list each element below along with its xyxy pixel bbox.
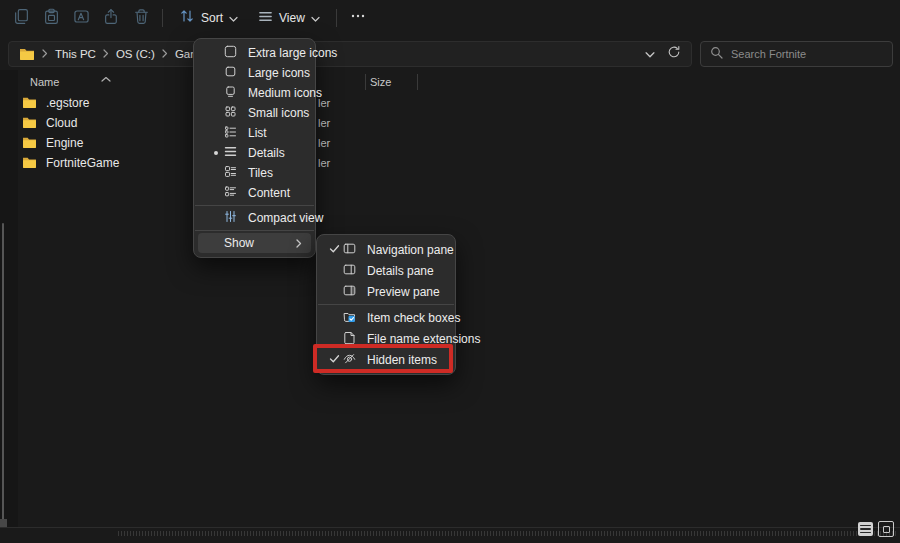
menu-item-details[interactable]: Details xyxy=(198,143,311,163)
file-explorer-window: Sort View This PC OS (C:) Games Fortn xyxy=(0,0,900,543)
submenu-item-hidden-items[interactable]: Hidden items xyxy=(321,349,451,370)
menu-item-medium-icons[interactable]: Medium icons xyxy=(198,83,311,103)
menu-item-label: List xyxy=(248,126,267,140)
folder-icon xyxy=(22,134,37,152)
column-header-row: Name Size xyxy=(0,72,900,92)
sort-arrows-icon xyxy=(179,8,195,28)
submenu-item-label: Preview pane xyxy=(367,285,440,299)
see-more-button[interactable] xyxy=(343,5,373,31)
submenu-item-preview-pane[interactable]: Preview pane xyxy=(321,281,451,302)
paste-button[interactable] xyxy=(36,5,66,31)
search-box[interactable] xyxy=(700,41,893,67)
menu-item-list[interactable]: List xyxy=(198,123,311,143)
tiles-view-icon xyxy=(224,165,237,181)
view-dropdown-menu: Extra large icons Large icons Medium ico… xyxy=(193,38,316,258)
preview-pane-icon xyxy=(343,284,356,300)
menu-item-label: Content xyxy=(248,186,290,200)
details-view-toggle-icon[interactable] xyxy=(858,522,873,536)
chevron-right-icon xyxy=(162,48,168,60)
chevron-down-icon xyxy=(311,9,320,27)
share-icon xyxy=(103,8,120,29)
view-button[interactable]: View xyxy=(248,4,330,32)
breadcrumb-this-pc[interactable]: This PC xyxy=(55,48,96,60)
submenu-item-label: Details pane xyxy=(367,264,434,278)
column-header-name[interactable]: Name xyxy=(30,76,59,88)
column-divider[interactable] xyxy=(417,74,418,90)
file-name: Cloud xyxy=(46,116,77,130)
menu-item-extra-large-icons[interactable]: Extra large icons xyxy=(198,43,311,63)
share-button[interactable] xyxy=(96,5,126,31)
address-bar[interactable]: This PC OS (C:) Games Fortnite xyxy=(8,41,692,67)
rename-button[interactable] xyxy=(66,5,96,31)
checkmark-icon xyxy=(329,353,340,367)
view-label: View xyxy=(279,11,305,25)
item-check-boxes-icon xyxy=(343,310,356,326)
search-input[interactable] xyxy=(731,48,871,60)
submenu-item-label: File name extensions xyxy=(367,332,480,346)
submenu-item-item-check-boxes[interactable]: Item check boxes xyxy=(321,307,451,328)
command-bar: Sort View xyxy=(0,0,900,36)
menu-item-label: Compact view xyxy=(248,211,323,225)
chevron-right-icon xyxy=(42,48,48,60)
menu-item-label: Details xyxy=(248,146,285,160)
menu-item-label: Extra large icons xyxy=(248,46,337,60)
menu-item-small-icons[interactable]: Small icons xyxy=(198,103,311,123)
paste-icon xyxy=(43,8,60,29)
status-view-toggles xyxy=(858,521,894,537)
thumbnails-view-toggle-icon[interactable] xyxy=(878,521,894,537)
submenu-item-label: Item check boxes xyxy=(367,311,460,325)
hidden-items-eye-icon xyxy=(343,352,356,368)
extra-large-icons-icon xyxy=(224,45,237,61)
submenu-item-details-pane[interactable]: Details pane xyxy=(321,260,451,281)
compact-view-icon xyxy=(224,210,237,226)
rename-icon xyxy=(73,8,90,29)
delete-icon xyxy=(133,8,150,29)
menu-item-large-icons[interactable]: Large icons xyxy=(198,63,311,83)
menu-item-content[interactable]: Content xyxy=(198,183,311,203)
menu-item-label: Large icons xyxy=(248,66,310,80)
submenu-item-navigation-pane[interactable]: Navigation pane xyxy=(321,239,451,260)
content-view-icon xyxy=(224,185,237,201)
toolbar-separator xyxy=(162,9,163,27)
refresh-icon[interactable] xyxy=(667,45,681,63)
view-lines-icon xyxy=(258,9,273,28)
sort-button[interactable]: Sort xyxy=(169,4,248,32)
breadcrumb-os-c[interactable]: OS (C:) xyxy=(116,48,155,60)
menu-separator xyxy=(195,205,314,206)
status-bar-divider xyxy=(0,527,900,528)
file-type-fragment: ler xyxy=(318,157,330,169)
column-header-size[interactable]: Size xyxy=(370,76,391,88)
submenu-item-label: Hidden items xyxy=(367,353,437,367)
toolbar-separator xyxy=(336,9,337,27)
folder-icon xyxy=(19,47,35,62)
file-name: .egstore xyxy=(46,96,89,110)
folder-icon xyxy=(22,94,37,112)
menu-item-tiles[interactable]: Tiles xyxy=(198,163,311,183)
watermark-microtext xyxy=(118,531,896,536)
selected-radio-dot xyxy=(214,151,218,155)
delete-button[interactable] xyxy=(126,5,156,31)
folder-icon xyxy=(22,154,37,172)
medium-icons-icon xyxy=(224,85,237,101)
copy-button[interactable] xyxy=(6,5,36,31)
menu-item-compact-view[interactable]: Compact view xyxy=(198,208,311,228)
menu-item-label: Tiles xyxy=(248,166,273,180)
file-name-extensions-icon xyxy=(343,331,356,347)
menu-item-show[interactable]: Show xyxy=(198,233,311,253)
submenu-item-file-name-extensions[interactable]: File name extensions xyxy=(321,328,451,349)
submenu-item-label: Navigation pane xyxy=(367,243,454,257)
column-divider[interactable] xyxy=(365,74,366,90)
details-pane-icon xyxy=(343,263,356,279)
address-row: This PC OS (C:) Games Fortnite xyxy=(0,38,900,68)
small-icons-icon xyxy=(224,105,237,121)
sort-ascending-caret-icon xyxy=(101,72,111,84)
navigation-pane-icon xyxy=(343,242,356,258)
navigation-scrollbar[interactable] xyxy=(2,223,4,520)
menu-item-label: Small icons xyxy=(248,106,309,120)
chevron-down-icon xyxy=(229,9,238,27)
checkmark-icon xyxy=(329,243,340,257)
address-dropdown-chevron-icon[interactable] xyxy=(645,45,655,63)
details-view-icon xyxy=(224,145,237,161)
file-name: Engine xyxy=(46,136,83,150)
menu-item-label: Medium icons xyxy=(248,86,322,100)
